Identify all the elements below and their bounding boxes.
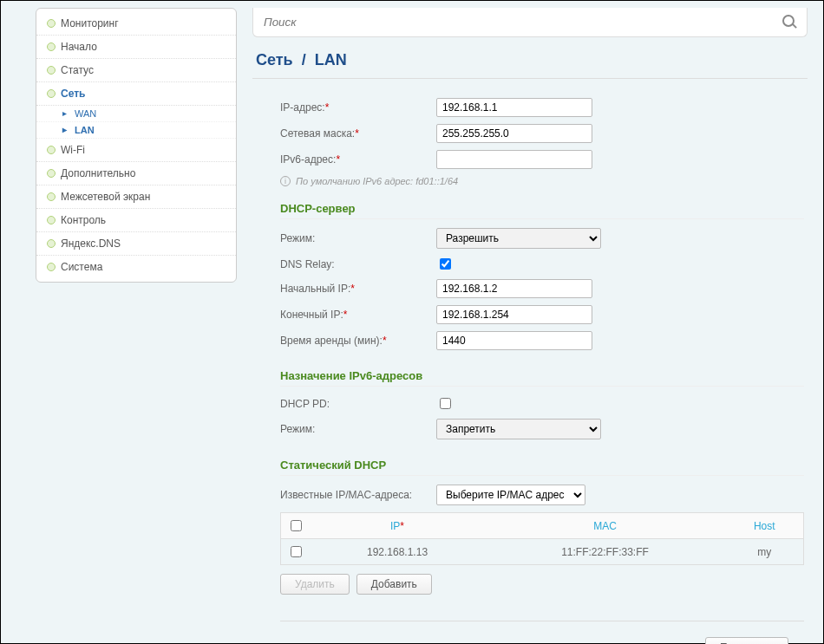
section-ipv6-title: Назначение IPv6-адресов: [280, 369, 804, 387]
ipv6-label: IPv6-адрес:*: [280, 153, 436, 166]
col-ip: IP*: [311, 513, 485, 539]
dhcp-lease-input[interactable]: [436, 331, 592, 350]
nav-start[interactable]: Начало: [36, 36, 236, 59]
nav-control[interactable]: Контроль: [36, 209, 236, 232]
nav-wifi[interactable]: Wi-Fi: [36, 139, 236, 162]
delete-button[interactable]: Удалить: [280, 574, 350, 595]
mask-input[interactable]: [436, 124, 592, 143]
main-panel: Сеть / LAN IP-адрес:* Сетевая маска:* IP…: [252, 8, 808, 643]
table-check-all[interactable]: [291, 520, 302, 531]
search-input[interactable]: [262, 15, 782, 29]
dhcp-mode-select[interactable]: Разрешить: [436, 228, 601, 249]
col-mac: MAC: [485, 513, 726, 539]
breadcrumb-section: Сеть: [256, 51, 293, 68]
mask-label: Сетевая маска:*: [280, 127, 436, 140]
section-static-title: Статический DHCP: [280, 459, 804, 476]
row-checkbox[interactable]: [291, 546, 302, 557]
nav-advanced[interactable]: Дополнительно: [36, 162, 236, 185]
nav-network-lan[interactable]: LAN: [36, 122, 236, 139]
nav-system[interactable]: Система: [36, 256, 236, 278]
ipv6-input[interactable]: [436, 150, 592, 169]
info-icon: i: [280, 176, 291, 186]
dhcp-lease-label: Время аренды (мин):*: [280, 335, 436, 347]
nav-monitoring[interactable]: Мониторинг: [36, 12, 236, 36]
dhcp-end-input[interactable]: [436, 305, 592, 324]
col-host: Host: [726, 513, 804, 539]
ip-label: IP-адрес:*: [280, 101, 436, 114]
dhcp-start-input[interactable]: [436, 279, 592, 298]
table-row[interactable]: 192.168.1.13 11:FF:22:FF:33:FF my: [281, 539, 804, 565]
static-dhcp-table: IP* MAC Host 192.168.1.13 11:FF:22:FF:33…: [280, 512, 804, 565]
row-host: my: [726, 539, 804, 565]
ipv6-mode-label: Режим:: [280, 423, 436, 435]
nav-firewall[interactable]: Межсетевой экран: [36, 185, 236, 209]
nav-status[interactable]: Статус: [36, 59, 236, 82]
add-button[interactable]: Добавить: [356, 574, 432, 595]
ipv6-pd-label: DHCP PD:: [280, 398, 436, 410]
dns-relay-label: DNS Relay:: [280, 258, 436, 270]
dns-relay-checkbox[interactable]: [440, 258, 451, 270]
nav-network[interactable]: Сеть: [36, 82, 236, 106]
sidebar: Мониторинг Начало Статус Сеть WAN LAN Wi…: [36, 8, 237, 283]
ipv6-pd-checkbox[interactable]: [440, 398, 451, 409]
known-select[interactable]: Выберите IP/MAC адрес: [436, 485, 585, 505]
nav-network-wan[interactable]: WAN: [36, 106, 236, 122]
section-dhcp-title: DHCP-сервер: [280, 202, 804, 219]
dhcp-mode-label: Режим:: [280, 232, 436, 244]
search-icon[interactable]: [782, 15, 798, 30]
row-mac: 11:FF:22:FF:33:FF: [485, 539, 726, 565]
known-label: Известные IP/MAC-адреса:: [280, 489, 436, 501]
search-bar: [252, 8, 808, 37]
ipv6-mode-select[interactable]: Запретить: [436, 419, 601, 439]
dhcp-start-label: Начальный IP:*: [280, 283, 436, 295]
apply-button[interactable]: Применить: [705, 637, 788, 644]
nav-yandexdns[interactable]: Яндекс.DNS: [36, 232, 236, 256]
ipv6-hint: i По умолчанию IPv6 адрес: fd01::1/64: [280, 176, 804, 186]
ip-input[interactable]: [436, 98, 592, 117]
dhcp-end-label: Конечный IP:*: [280, 309, 436, 321]
breadcrumb-page: LAN: [315, 51, 347, 68]
breadcrumb: Сеть / LAN: [252, 37, 808, 79]
row-ip: 192.168.1.13: [311, 539, 485, 565]
